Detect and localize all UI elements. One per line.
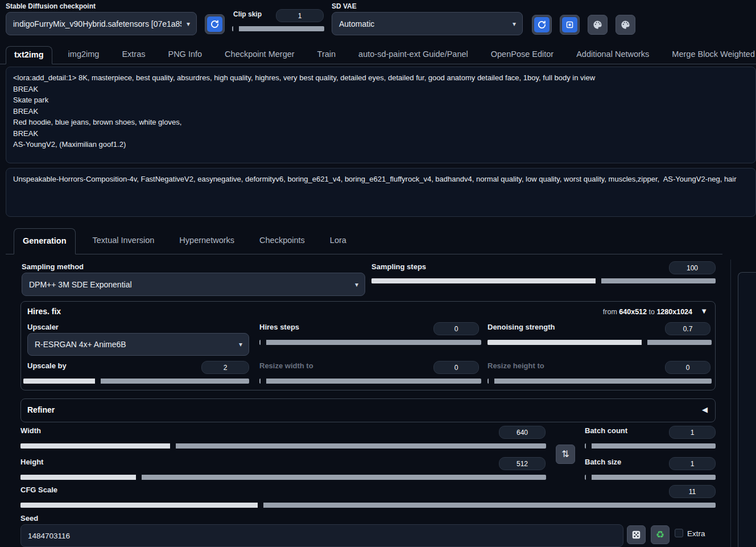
denoising-strength-input[interactable] — [665, 322, 710, 335]
upscaler-dropdown[interactable]: R-ESRGAN 4x+ Anime6B ▾ — [27, 333, 249, 356]
slider-handle[interactable] — [136, 475, 142, 480]
hires-steps-slider[interactable] — [259, 340, 481, 345]
hires-steps-input[interactable] — [433, 322, 479, 335]
sampling-steps-input[interactable] — [669, 261, 716, 274]
slider-handle[interactable] — [261, 340, 266, 345]
batch-size-input[interactable] — [669, 457, 716, 470]
slider-fill — [371, 278, 598, 283]
refresh-checkpoint-button[interactable] — [205, 14, 225, 34]
slider-handle[interactable] — [170, 443, 176, 449]
resize-height-slider[interactable] — [488, 379, 712, 384]
quick-window-button[interactable] — [560, 15, 580, 35]
slider-fill — [20, 443, 173, 449]
slider-handle[interactable] — [586, 475, 592, 480]
height-slider[interactable] — [20, 475, 546, 480]
slider-handle[interactable] — [642, 340, 647, 345]
refiner-section[interactable]: Refiner ◀ — [20, 398, 716, 422]
upscale-by-slider[interactable] — [23, 379, 249, 384]
tab-additional-networks[interactable]: Additional Networks — [569, 47, 656, 64]
batch-count-label: Batch count — [585, 426, 627, 435]
collapse-left-icon[interactable]: ◀ — [702, 406, 708, 413]
resize-height-input[interactable] — [665, 361, 710, 374]
clip-skip-input[interactable] — [276, 9, 324, 22]
subtab-generation[interactable]: Generation — [14, 228, 76, 254]
slider-handle[interactable] — [586, 443, 592, 449]
tab-img2img[interactable]: img2img — [61, 47, 106, 64]
slider-handle[interactable] — [261, 379, 266, 384]
hires-steps-label: Hires steps — [259, 323, 299, 331]
palette-icon — [620, 19, 631, 30]
tab-merge-block-weighted[interactable]: Merge Block Weighted — [665, 47, 756, 64]
denoising-strength-slider[interactable] — [488, 340, 712, 345]
sampling-method-dropdown[interactable]: DPM++ 3M SDE Exponential ▾ — [22, 273, 365, 296]
width-input[interactable] — [499, 426, 546, 439]
subtab-textual-inversion[interactable]: Textual Inversion — [85, 229, 163, 254]
window-icon — [562, 17, 577, 32]
resize-width-label: Resize width to — [259, 361, 313, 370]
vae-value: Automatic — [339, 19, 374, 28]
sampling-steps-slider[interactable] — [371, 278, 716, 283]
clip-skip-slider[interactable] — [232, 26, 324, 31]
main-tabbar: txt2img img2img Extras PNG Info Checkpoi… — [0, 46, 756, 64]
checkpoint-dropdown[interactable]: indigoFurryMix_v90Hybrid.safetensors [07… — [6, 12, 197, 35]
width-slider[interactable] — [20, 443, 546, 449]
tab-openpose-editor[interactable]: OpenPose Editor — [484, 47, 560, 64]
chevron-down-icon: ▾ — [239, 341, 242, 348]
extra-seed-label: Extra — [687, 529, 705, 538]
slider-handle[interactable] — [95, 379, 101, 384]
vae-dropdown[interactable]: Automatic ▾ — [332, 12, 523, 35]
vae-label: SD VAE — [332, 2, 357, 10]
checkpoint-value: indigoFurryMix_v90Hybrid.safetensors [07… — [13, 19, 181, 28]
upscaler-label: Upscaler — [27, 323, 59, 331]
hires-fix-title: Hires. fix — [27, 307, 61, 316]
slider-fill — [20, 475, 139, 480]
results-panel-edge — [738, 272, 756, 547]
tab-png-info[interactable]: PNG Info — [161, 47, 209, 64]
subtab-lora[interactable]: Lora — [322, 229, 354, 254]
subtab-hypernetworks[interactable]: Hypernetworks — [171, 229, 242, 254]
seed-input[interactable] — [20, 524, 623, 547]
tab-checkpoint-merger[interactable]: Checkpoint Merger — [218, 47, 301, 64]
negative-prompt-textarea[interactable]: Unspeakable-Horrors-Composition-4v, Fast… — [6, 168, 756, 217]
denoising-strength-label: Denoising strength — [488, 323, 555, 331]
prompt-textarea[interactable]: <lora:add_detail:1> 8K, masterpiece, bes… — [6, 67, 756, 163]
tab-extras[interactable]: Extras — [115, 47, 152, 64]
tab-train[interactable]: Train — [311, 47, 343, 64]
subtab-checkpoints[interactable]: Checkpoints — [251, 229, 313, 254]
batch-size-slider[interactable] — [585, 475, 716, 480]
batch-count-slider[interactable] — [585, 443, 716, 449]
extra-seed-checkbox[interactable] — [675, 529, 683, 537]
cfg-scale-slider[interactable] — [20, 503, 716, 508]
resize-width-input[interactable] — [433, 361, 479, 374]
slider-handle[interactable] — [489, 379, 494, 384]
hires-to-word: to — [649, 308, 655, 316]
tab-txt2img[interactable]: txt2img — [6, 46, 52, 64]
collapse-triangle-icon[interactable]: ▼ — [700, 307, 708, 315]
chevron-down-icon: ▾ — [355, 281, 358, 288]
refresh-vae-button[interactable] — [532, 15, 552, 35]
palette-button-2[interactable] — [615, 15, 635, 35]
slider-handle[interactable] — [258, 503, 263, 508]
slider-handle[interactable] — [596, 278, 601, 283]
reuse-seed-button[interactable]: ♻ — [651, 525, 670, 544]
swap-dimensions-button[interactable]: ⇅ — [556, 445, 575, 464]
chevron-down-icon: ▾ — [513, 20, 516, 27]
dice-icon — [631, 530, 641, 540]
height-input[interactable] — [499, 457, 546, 470]
cfg-scale-label: CFG Scale — [20, 486, 57, 494]
cfg-scale-input[interactable] — [669, 485, 716, 498]
width-label: Width — [20, 426, 41, 435]
random-seed-button[interactable] — [627, 525, 646, 544]
tab-auto-sd-paint-ext[interactable]: auto-sd-paint-ext Guide/Panel — [352, 47, 475, 64]
hires-fix-section: Hires. fix from 640x512 to 1280x1024 ▼ U… — [20, 301, 716, 390]
extra-networks-tabbar: Generation Textual Inversion Hypernetwor… — [6, 228, 722, 254]
resize-width-slider[interactable] — [259, 379, 481, 384]
swap-icon: ⇅ — [561, 450, 569, 459]
batch-count-input[interactable] — [669, 426, 716, 439]
batch-size-label: Batch size — [585, 458, 621, 466]
clip-skip-label: Clip skip — [233, 10, 262, 18]
hires-from-size: 640x512 — [619, 308, 647, 316]
upscale-by-input[interactable] — [201, 361, 249, 374]
slider-handle[interactable] — [233, 26, 239, 31]
palette-button-1[interactable] — [588, 15, 608, 35]
